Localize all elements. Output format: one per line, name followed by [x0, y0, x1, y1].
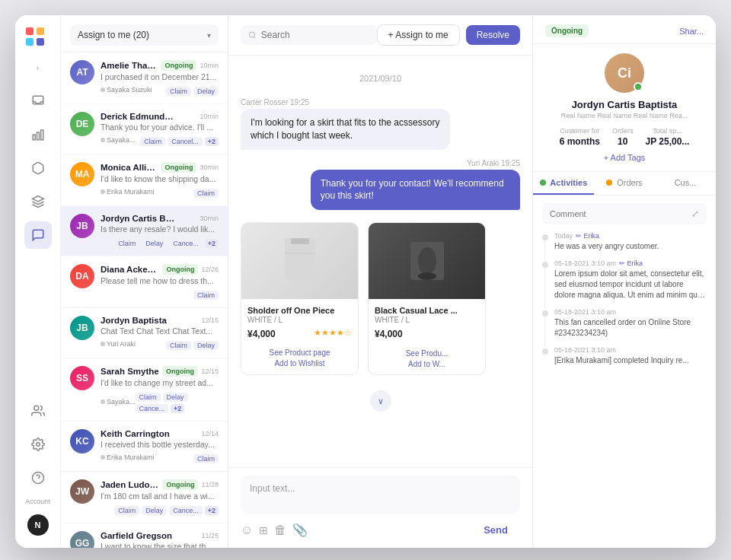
svg-rect-0	[33, 96, 43, 104]
plus-badge: +2	[205, 239, 219, 248]
sidebar-collapse-icon[interactable]: ›	[37, 64, 39, 72]
online-indicator	[634, 82, 643, 91]
conv-tag: Delay	[193, 87, 219, 96]
avatar: DA	[70, 264, 94, 288]
customer-profile: Ci Jordyn Cartis Baptista Real Name Real…	[533, 44, 716, 172]
conv-name: Garfield Gregson	[101, 531, 172, 540]
expand-icon[interactable]: ⤢	[691, 208, 699, 219]
conv-tag: Claim	[193, 454, 219, 463]
assign-to-me-button[interactable]: + Assign to me	[377, 24, 460, 46]
status-badge: Ongoing	[545, 24, 589, 37]
sidebar: › Account N	[15, 15, 61, 548]
table-row[interactable]: DA Diana Ackerley Ongoing 12/26 Please t…	[61, 256, 228, 308]
svg-point-5	[36, 443, 40, 447]
conv-preview: Chat Text Chat Text Chat Text...	[101, 326, 219, 336]
sidebar-item-inbox[interactable]	[24, 88, 52, 115]
template-icon[interactable]: ⊞	[259, 524, 268, 536]
activities-panel: ⤢ Today ✏ Erika He was a very angry cust…	[533, 196, 716, 548]
list-item: Today ✏ Erika He was a very angry custom…	[542, 232, 707, 252]
sidebar-item-users[interactable]	[24, 397, 52, 425]
conversation-list: Assign to me (20) ▾ AT Amelie Thatcher O…	[61, 15, 228, 548]
user-avatar[interactable]: N	[27, 514, 49, 536]
see-product-link[interactable]: See Product page	[247, 348, 352, 357]
sidebar-item-products[interactable]	[24, 154, 52, 182]
delete-icon[interactable]: 🗑	[274, 523, 286, 537]
conv-tag: Delay	[193, 341, 219, 350]
product-stars: ★★★★☆	[314, 328, 352, 338]
add-wishlist-link[interactable]: Add to W...	[375, 360, 479, 368]
sidebar-item-layers[interactable]	[24, 188, 52, 215]
table-row[interactable]: MA Monica Allingham Ongoing 30min I'd li…	[61, 154, 228, 206]
plus-badge: +2	[205, 137, 219, 146]
tab-activities[interactable]: Activities	[533, 172, 594, 195]
table-row[interactable]: JB Jordyn Baptista 12/15 Chat Text Chat …	[61, 308, 228, 358]
conv-preview: I'd like to change my street ad...	[101, 378, 219, 387]
table-row[interactable]: KC Keith Carrington 12/14 I received thi…	[61, 422, 228, 472]
table-row[interactable]: JB Jordyn Cartis Baptista 30min Is there…	[61, 206, 228, 256]
see-product-link[interactable]: See Produ...	[375, 349, 479, 358]
search-input[interactable]	[261, 30, 369, 40]
add-wishlist-link[interactable]: Add to Wishlist	[247, 359, 352, 368]
sidebar-item-chat[interactable]	[24, 221, 52, 249]
comment-box[interactable]: ⤢	[542, 203, 707, 224]
app-logo	[26, 27, 50, 52]
table-row[interactable]: JW Jaden Ludovic Willis Ongoing 11/28 I'…	[61, 472, 228, 523]
conv-tag: Cancel...	[168, 137, 203, 146]
status-badge: Ongoing	[162, 479, 198, 490]
avatar: DE	[70, 112, 94, 136]
table-row[interactable]: DE Derick Edmunds Colley 10min Thank you…	[61, 104, 228, 154]
status-badge: Ongoing	[162, 264, 198, 275]
plus-badge: +2	[171, 404, 184, 413]
collapse-button[interactable]: ∨	[370, 390, 391, 412]
product-cards: Sholder off One Piece WHITE / L ¥4,000 ★…	[241, 222, 520, 375]
conv-tag: Delay	[163, 393, 188, 402]
status-badge: Ongoing	[162, 366, 198, 377]
attachment-icon[interactable]: 📎	[292, 523, 308, 537]
conv-tag: Cance...	[169, 506, 203, 515]
share-link[interactable]: Shar...	[679, 27, 704, 36]
list-item: 05-18-2021 3:10 am ✏ Erika Lorem ipsum d…	[542, 259, 707, 301]
conv-name: Diana Ackerley	[101, 265, 159, 274]
customer-name: Jordyn Cartis Baptista	[572, 99, 678, 110]
tab-orders[interactable]: Orders	[594, 172, 655, 195]
activity-dot	[542, 310, 548, 317]
svg-rect-2	[37, 132, 39, 140]
svg-rect-1	[33, 135, 35, 140]
message-input-area[interactable]: Input text...	[241, 476, 520, 514]
table-row[interactable]: SS Sarah Smythe Ongoing 12/15 I'd like t…	[61, 358, 228, 422]
product-name: Sholder off One Piece	[247, 305, 352, 316]
table-row[interactable]: GG Garfield Gregson 11/25 I want to know…	[61, 523, 228, 548]
conv-name: Jordyn Baptista	[101, 316, 167, 325]
conv-preview: Please tell me how to dress th...	[101, 276, 219, 285]
svg-point-8	[249, 32, 254, 37]
logo-dot-blue	[26, 38, 34, 46]
conv-preview: I'm 180 cm tall and I have a wi...	[101, 492, 219, 501]
conv-preview: Is there any resale? I would lik...	[101, 224, 219, 234]
tab-customer[interactable]: Cus...	[655, 172, 716, 195]
resolve-button[interactable]: Resolve	[466, 25, 520, 45]
conv-time: 30min	[200, 164, 219, 171]
activity-line	[544, 317, 545, 346]
sidebar-item-settings[interactable]	[24, 431, 52, 458]
chat-main: + Assign to me Resolve 2021/09/10 Carter…	[228, 15, 533, 548]
customer-stats: Customer for 6 months Orders 10 Total sp…	[545, 127, 704, 147]
search-bar[interactable]	[241, 25, 377, 45]
activity-line	[544, 240, 545, 259]
message-row: Yuri Araki 19:25 Thank you for your cont…	[241, 159, 520, 211]
product-card: Black Casual Lace ... WHITE / L ¥4,000 S…	[368, 222, 486, 375]
assign-dropdown[interactable]: Assign to me (20) ▾	[70, 24, 219, 46]
right-panel: Ongoing Shar... Ci Jordyn Cartis Baptist…	[533, 15, 716, 548]
avatar-initial: Ci	[618, 65, 631, 81]
emoji-icon[interactable]: ☺	[241, 523, 253, 537]
sidebar-item-chart[interactable]	[24, 121, 52, 148]
conv-list-header: Assign to me (20) ▾	[61, 15, 228, 52]
table-row[interactable]: AT Amelie Thatcher Ongoing 10min I purch…	[61, 52, 228, 104]
msg-sender: Yuri Araki 19:25	[241, 159, 520, 167]
comment-input[interactable]	[550, 209, 687, 218]
svg-rect-3	[40, 130, 43, 140]
conv-name: Sarah Smythe	[101, 367, 159, 376]
sidebar-item-help[interactable]	[24, 464, 52, 492]
msg-bubble-left: I'm looking for a skirt that fits to the…	[241, 109, 450, 150]
send-button[interactable]: Send	[471, 520, 520, 540]
add-tags-button[interactable]: + Add Tags	[604, 153, 646, 162]
